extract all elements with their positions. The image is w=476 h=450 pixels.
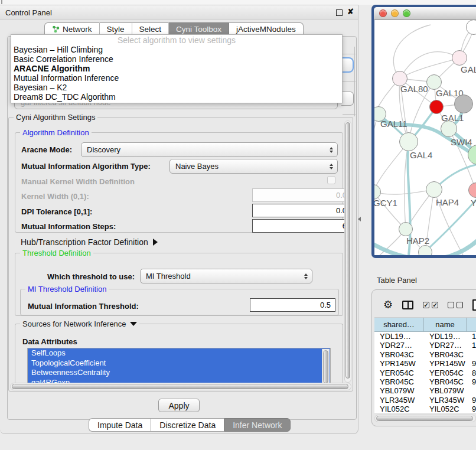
- table-row[interactable]: YLR345WYLR345W9.: [374, 396, 476, 405]
- algorithm-option-bayesian-hill-climbing[interactable]: Bayesian – Hill Climbing: [11, 45, 342, 54]
- mi-algorithm-type-select[interactable]: Naive Bayes: [169, 159, 338, 174]
- attribute-item-betweennesscentrality[interactable]: BetweennessCentrality: [28, 368, 330, 378]
- network-node-swi4[interactable]: [441, 120, 457, 137]
- network-node[interactable]: [418, 245, 432, 255]
- algorithm-option-basic-correlation-inference[interactable]: Basic Correlation Inference: [11, 54, 342, 64]
- table-row[interactable]: YBR043CYBR043C: [374, 350, 476, 359]
- table-row[interactable]: YER054CYER054C8.: [374, 369, 476, 377]
- network-canvas[interactable]: GAL7GAL80GAL10GAL1GAL11SWI4GAL4GCY1HAP4Y…: [374, 20, 476, 255]
- sources-legend[interactable]: Sources for Network Inference: [20, 319, 139, 328]
- control-panel-title: Control Panel: [5, 8, 52, 17]
- kernel-width-input[interactable]: 0.0: [252, 188, 351, 202]
- deselect-all-icon[interactable]: [448, 302, 463, 308]
- tab-discretize-data[interactable]: Discretize Data: [151, 418, 224, 432]
- table-row[interactable]: YDL19…YDL19…13: [374, 332, 476, 341]
- aracne-mode-select[interactable]: Discovery: [81, 142, 338, 157]
- data-attributes-list[interactable]: SelfLoopsTopologicalCoefficientBetweenne…: [27, 348, 331, 387]
- columns-icon[interactable]: [402, 301, 413, 309]
- node-attribute-table[interactable]: shared…nameA YDL19…YDL19…13YDR27…YDR27…1…: [374, 317, 476, 413]
- inference-algorithm-combo-fragment[interactable]: [341, 57, 354, 73]
- node-label-gal11: GAL11: [380, 119, 407, 129]
- panel-divider-handle[interactable]: [358, 217, 361, 221]
- network-node[interactable]: [454, 94, 473, 113]
- apply-button[interactable]: Apply: [158, 399, 200, 412]
- hub-definition-toggle[interactable]: Hub/Transcription Factor Definition: [21, 237, 158, 247]
- algorithm-option-list: Bayesian – Hill ClimbingBasic Correlatio…: [11, 45, 342, 102]
- hidden-groupbox-edge: [343, 54, 356, 54]
- table-cell: YDR27…: [424, 341, 467, 350]
- mi-steps-label: Mutual Information Steps:: [21, 222, 116, 231]
- cyni-bottom-tabs: Impute DataDiscretize DataInfer Network: [89, 418, 291, 432]
- manual-kernel-width-checkbox[interactable]: [327, 176, 335, 184]
- algorithm-option-aracne-algorithm[interactable]: ARACNE Algorithm: [11, 64, 342, 73]
- threshold-definition-legend: Threshold Definition: [20, 249, 93, 257]
- algorithm-placeholder: Select algorithm to view settings: [11, 36, 342, 45]
- network-node-hap2[interactable]: [399, 222, 413, 236]
- table-cell: YBL079W: [374, 386, 424, 395]
- table-row[interactable]: YBL079WYBL079W: [374, 386, 476, 395]
- data-table-combo-fragment[interactable]: [341, 92, 354, 106]
- algorithm-definition-group: Algorithm Definition Aracne Mode: Discov…: [15, 132, 343, 233]
- network-icon: [52, 25, 60, 33]
- attribute-item-selfloops[interactable]: SelfLoops: [28, 348, 330, 358]
- column-header-a[interactable]: A: [467, 318, 476, 331]
- hidden-groupbox-edge: [343, 81, 356, 81]
- settings-vertical-scrollbar[interactable]: [344, 120, 351, 383]
- node-label-hap2: HAP2: [406, 236, 429, 246]
- algorithm-option-mutual-information-inference[interactable]: Mutual Information Inference: [11, 73, 342, 83]
- page-icon[interactable]: [472, 299, 476, 311]
- node-label-hap4: HAP4: [436, 197, 459, 207]
- close-icon[interactable]: ✘: [347, 7, 354, 16]
- aracne-mode-label: Aracne Mode:: [21, 145, 72, 154]
- settings-horizontal-scrollbar[interactable]: [10, 383, 351, 390]
- which-threshold-select[interactable]: MI Threshold: [140, 269, 312, 283]
- gear-icon[interactable]: ⚙: [383, 299, 393, 311]
- network-node-gal7[interactable]: [452, 50, 467, 66]
- dpi-tolerance-input[interactable]: 0.0: [252, 204, 351, 217]
- table-cell: YDL19…: [374, 332, 424, 341]
- tab-infer-network[interactable]: Infer Network: [224, 418, 291, 432]
- table-row[interactable]: YDR27…YDR27…12: [374, 341, 476, 350]
- table-row[interactable]: YIL052CYIL052C9.: [374, 405, 476, 413]
- network-window-titlebar[interactable]: [374, 7, 476, 20]
- tab-impute-data[interactable]: Impute Data: [89, 418, 151, 432]
- control-panel: Control Panel ✘ NetworkStyleSelectCyni T…: [0, 5, 358, 434]
- traffic-light-minimize[interactable]: [391, 9, 399, 17]
- table-cell: YIL052C: [374, 405, 424, 413]
- table-cell: 9.: [467, 359, 476, 368]
- algorithm-option-bayesian-k2[interactable]: Bayesian – K2: [11, 83, 342, 92]
- float-window-icon[interactable]: [336, 9, 343, 16]
- table-cell: YBR045C: [424, 377, 467, 386]
- table-cell: 9.: [467, 396, 476, 405]
- table-cell: [467, 350, 476, 359]
- list-scrollbar[interactable]: [322, 349, 330, 386]
- select-all-icon[interactable]: ✓✓: [423, 302, 438, 308]
- table-cell: YER054C: [374, 369, 424, 377]
- stepper-arrows-icon: [330, 164, 333, 169]
- network-node-gal1[interactable]: [429, 100, 444, 114]
- traffic-light-zoom[interactable]: [403, 9, 410, 17]
- tab-label: Select: [139, 25, 162, 34]
- mi-steps-input[interactable]: 6: [252, 219, 351, 233]
- table-panel-title: Table Panel: [372, 273, 476, 288]
- table-cell: YBL079W: [424, 386, 467, 395]
- attribute-item-topologicalcoefficient[interactable]: TopologicalCoefficient: [28, 358, 330, 369]
- traffic-light-close[interactable]: [379, 9, 387, 17]
- algorithm-option-dream8-dc-tdc-algorithm[interactable]: Dream8 DC_TDC Algorithm: [11, 92, 342, 102]
- column-header-name[interactable]: name: [424, 318, 467, 331]
- dpi-tolerance-label: DPI Tolerance [0,1]:: [21, 207, 92, 216]
- data-table-combo-clipped[interactable]: gal-filtered sif default node: [14, 103, 338, 109]
- table-row[interactable]: YBR045CYBR045C9.: [374, 377, 476, 386]
- network-node-hap4[interactable]: [426, 181, 442, 198]
- cursor-mark: [1, 0, 2, 4]
- table-cell: [467, 386, 476, 395]
- network-node-gal4[interactable]: [399, 132, 418, 151]
- tab-label: jActiveMNodules: [236, 25, 296, 34]
- threshold-definition-group: Threshold Definition Which threshold to …: [15, 253, 343, 316]
- table-row[interactable]: YPR145WYPR145W9.: [374, 359, 476, 368]
- network-view-window[interactable]: GAL7GAL80GAL10GAL1GAL11SWI4GAL4GCY1HAP4Y…: [371, 5, 476, 258]
- column-header-shared[interactable]: shared…: [374, 318, 424, 331]
- table-cell: YBR043C: [424, 350, 467, 359]
- mi-threshold-input[interactable]: 0.5: [250, 298, 335, 312]
- table-horizontal-scrollbar[interactable]: [374, 415, 476, 422]
